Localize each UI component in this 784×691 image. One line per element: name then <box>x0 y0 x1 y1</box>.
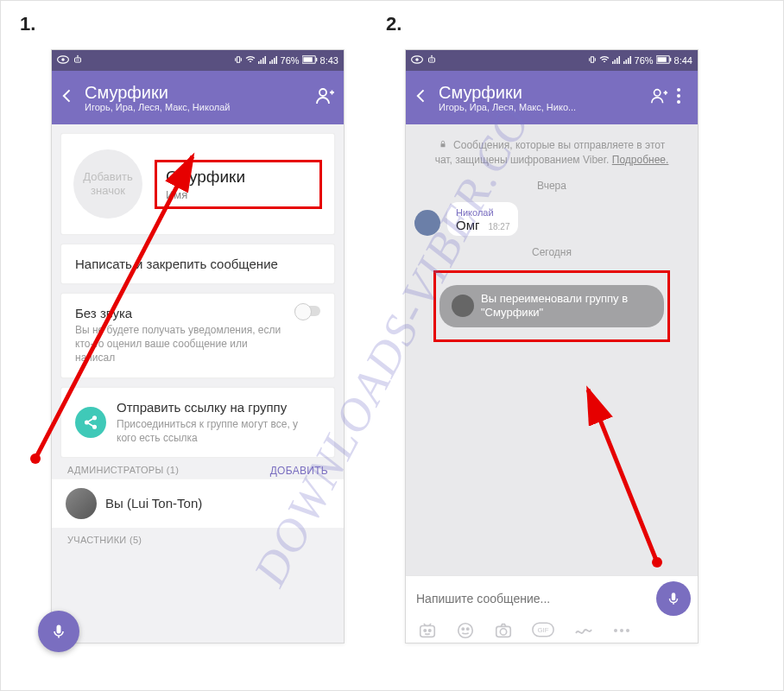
svg-point-54 <box>467 628 469 630</box>
add-participant-icon[interactable] <box>649 86 668 109</box>
more-tools-icon[interactable] <box>613 621 630 643</box>
back-icon[interactable] <box>59 87 76 108</box>
signal-icon <box>612 55 621 66</box>
robot-icon <box>427 54 437 67</box>
svg-rect-35 <box>618 56 620 64</box>
battery-icon <box>656 55 672 66</box>
svg-rect-18 <box>316 58 317 61</box>
clock-text: 8:43 <box>320 55 338 66</box>
group-name: Смурфики <box>166 168 306 187</box>
robot-icon <box>73 54 83 67</box>
svg-point-59 <box>614 629 617 632</box>
share-icon <box>75 407 106 438</box>
svg-rect-11 <box>264 56 266 64</box>
svg-rect-14 <box>274 58 275 64</box>
group-name-highlight[interactable]: Смурфики Имя <box>155 160 322 209</box>
svg-point-25 <box>415 58 419 61</box>
svg-rect-47 <box>440 143 445 147</box>
pin-message-label: Написать и закрепить сообщение <box>75 257 320 271</box>
svg-point-28 <box>432 60 433 60</box>
svg-point-51 <box>429 630 431 631</box>
chat-title[interactable]: Смурфики <box>85 83 306 102</box>
phone-chat: 76% 8:44 Смурфики Игорь, Ира, Леся, Макс… <box>405 49 699 643</box>
svg-text:GIF: GIF <box>538 626 549 634</box>
wifi-icon <box>245 55 256 66</box>
svg-point-60 <box>620 629 623 632</box>
battery-icon <box>302 55 318 66</box>
svg-rect-34 <box>616 58 618 64</box>
signal-icon <box>258 55 267 66</box>
admin-avatar <box>66 488 97 519</box>
svg-rect-10 <box>262 58 264 64</box>
svg-point-44 <box>677 88 680 92</box>
svg-point-52 <box>458 624 473 638</box>
sticker-icon[interactable] <box>418 621 437 643</box>
system-msg-highlight: Вы переименовали группу в "Смурфики" <box>433 270 670 343</box>
doodle-icon[interactable] <box>573 621 594 643</box>
svg-rect-41 <box>657 57 666 62</box>
chat-participants: Игорь, Ира, Леся, Макс, Нико... <box>439 102 641 112</box>
share-sub: Присоединиться к группе могут все, у ког… <box>117 417 320 445</box>
emoji-icon[interactable] <box>456 621 475 643</box>
add-participant-icon[interactable] <box>314 86 335 110</box>
svg-point-3 <box>76 60 77 60</box>
frame-label-2: 2. <box>386 13 401 35</box>
mute-sub: Вы не будете получать уведомления, если … <box>75 323 284 365</box>
mute-toggle[interactable] <box>294 306 320 316</box>
svg-point-46 <box>677 100 680 104</box>
lock-icon <box>439 139 450 151</box>
back-icon[interactable] <box>413 87 430 108</box>
svg-rect-38 <box>628 58 629 64</box>
clock-text: 8:44 <box>674 55 692 66</box>
svg-point-50 <box>424 630 426 631</box>
svg-rect-36 <box>623 61 625 64</box>
share-title: Отправить ссылку на группу <box>117 400 320 415</box>
more-icon[interactable] <box>677 88 689 107</box>
mute-row[interactable]: Без звука Вы не будете получать уведомле… <box>60 293 335 378</box>
voice-button[interactable] <box>656 581 691 616</box>
message-input[interactable] <box>413 586 649 611</box>
svg-rect-48 <box>672 593 676 600</box>
svg-point-43 <box>654 90 661 96</box>
svg-rect-42 <box>670 58 671 61</box>
encryption-more-link[interactable]: Подробнее. <box>612 154 669 166</box>
frame-label-1: 1. <box>20 13 35 35</box>
eye-icon <box>411 55 423 66</box>
message-input-bar: GIF <box>406 575 698 643</box>
svg-point-30 <box>431 55 433 57</box>
eye-icon <box>57 55 69 66</box>
svg-rect-15 <box>275 56 277 64</box>
svg-point-1 <box>61 58 65 61</box>
system-text: Вы переименовали группу в "Смурфики" <box>481 292 652 321</box>
chat-header: Смурфики Игорь, Ира, Леся, Макс, Николай <box>52 71 344 124</box>
share-link-row[interactable]: Отправить ссылку на группу Присоединитьс… <box>60 387 335 458</box>
mute-title: Без звука <box>75 306 284 320</box>
gif-icon[interactable]: GIF <box>532 621 554 643</box>
svg-point-63 <box>30 453 41 464</box>
pin-message-row[interactable]: Написать и закрепить сообщение <box>60 244 335 284</box>
svg-rect-7 <box>237 57 239 63</box>
svg-point-27 <box>430 60 431 60</box>
group-name-card[interactable]: Добавить значок Смурфики Имя <box>60 133 335 235</box>
svg-point-4 <box>78 60 79 60</box>
svg-rect-2 <box>75 58 81 62</box>
members-label: УЧАСТНИКИ (5) <box>67 535 142 545</box>
svg-point-6 <box>77 55 79 57</box>
group-name-sub: Имя <box>166 188 306 201</box>
camera-icon[interactable] <box>494 621 513 643</box>
wifi-icon <box>599 55 610 66</box>
system-message: Вы переименовали группу в "Смурфики" <box>439 285 664 328</box>
system-avatar <box>452 295 474 317</box>
svg-rect-13 <box>271 60 273 64</box>
svg-rect-8 <box>258 61 260 64</box>
svg-point-19 <box>319 89 326 96</box>
status-bar: 76% 8:44 <box>406 50 698 71</box>
battery-pct: 76% <box>281 55 300 66</box>
vibrate-icon <box>588 55 597 66</box>
chat-title[interactable]: Смурфики <box>439 83 641 102</box>
chat-participants: Игорь, Ира, Леся, Макс, Николай <box>85 102 306 112</box>
group-avatar-placeholder[interactable]: Добавить значок <box>73 149 142 219</box>
svg-point-45 <box>677 94 680 98</box>
signal-icon-2 <box>623 55 632 66</box>
voice-fab[interactable] <box>38 611 79 652</box>
